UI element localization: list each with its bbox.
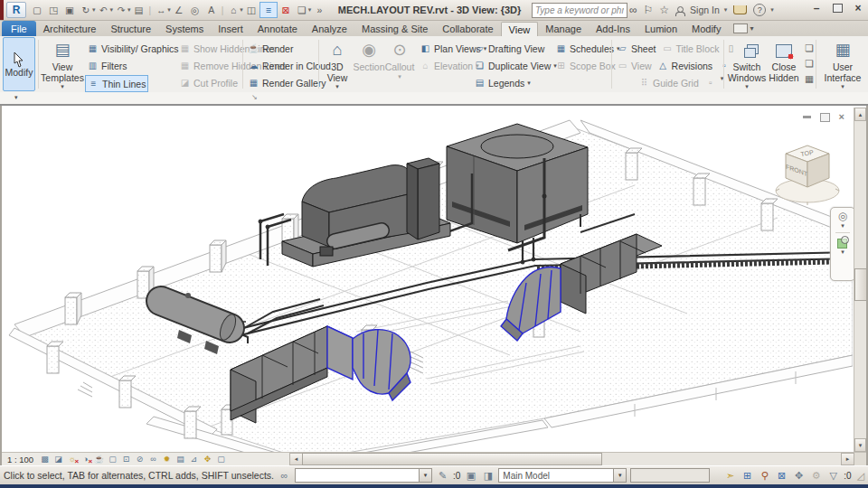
active-option-only-icon[interactable]: ◨ xyxy=(481,470,495,482)
scroll-left-arrow[interactable]: ◂ xyxy=(289,453,303,465)
displacement-sets-icon[interactable]: ✥ xyxy=(202,454,213,465)
select-pinned-elements-icon[interactable]: ⚲ xyxy=(758,470,771,482)
scroll-right-arrow[interactable]: ▸ xyxy=(841,453,854,465)
viewcube[interactable]: TOP FRONT xyxy=(772,136,843,216)
reveal-hidden-elements-icon[interactable]: ✹ xyxy=(161,454,173,465)
search-input[interactable] xyxy=(532,3,627,18)
resize-grip-icon[interactable]: ◿ xyxy=(857,470,864,482)
scroll-up-arrow[interactable]: ▴ xyxy=(854,108,866,121)
minimize-button[interactable]: – xyxy=(810,2,823,14)
revit-logo[interactable]: R xyxy=(6,2,26,18)
design-options-icon[interactable]: ▣ xyxy=(464,470,477,482)
restore-button[interactable] xyxy=(831,2,844,14)
crop-view-icon[interactable]: ▢ xyxy=(107,454,118,465)
design-option-dropdown[interactable]: Main Model▾ xyxy=(498,468,627,483)
view-templates-button[interactable]: ▤View Templates▾ xyxy=(42,37,83,91)
viewport-restore-icon[interactable] xyxy=(820,113,830,122)
print-icon[interactable]: ▤ xyxy=(131,3,147,17)
render-button[interactable]: ☕Render xyxy=(246,41,316,56)
thin-lines-toggle-icon[interactable]: ≡ xyxy=(259,2,278,18)
temporary-view-properties-icon[interactable]: ▤ xyxy=(175,454,186,465)
3d-view-button[interactable]: ⌂3D View▾ xyxy=(322,37,353,91)
visual-style-icon[interactable]: ◪ xyxy=(52,454,64,465)
tab-structure[interactable]: Structure xyxy=(103,21,158,36)
sun-path-icon[interactable]: ☼× xyxy=(66,454,78,465)
signin-caret-icon[interactable]: ▾ xyxy=(724,6,728,14)
vertical-scrollbar[interactable]: ▴ ▾ xyxy=(854,108,866,452)
filters-button[interactable]: ▥Filters xyxy=(85,58,168,73)
help-icon[interactable]: ? xyxy=(753,4,766,16)
sheet-button[interactable]: ▱Sheet xyxy=(615,41,657,56)
design-option-caret-icon[interactable]: ▾ xyxy=(613,469,626,482)
horizontal-scrollbar[interactable]: ◂ ▸ xyxy=(289,453,854,465)
worksets-icon[interactable]: ∞ xyxy=(278,470,291,481)
viewport-close-icon[interactable]: × xyxy=(839,112,844,122)
tab-modify[interactable]: Modify xyxy=(684,21,728,36)
select-underlay-elements-icon[interactable]: ⊞ xyxy=(741,470,754,482)
new-file-icon[interactable]: ▢ xyxy=(29,3,45,17)
switch-windows-button[interactable]: Switch Windows▾ xyxy=(727,37,767,91)
viewport-minimize-icon[interactable] xyxy=(803,116,811,118)
tab-add-ins[interactable]: Add-Ins xyxy=(589,21,637,36)
legends-button[interactable]: ▤Legends▾ xyxy=(472,75,555,90)
tab-architecture[interactable]: Architecture xyxy=(36,21,104,36)
modify-button[interactable]: Modify xyxy=(3,37,35,91)
tab-collaborate[interactable]: Collaborate xyxy=(435,21,500,36)
wheel-caret-icon[interactable]: ▾ xyxy=(841,222,844,230)
select-by-face-icon[interactable]: ⊠ xyxy=(775,470,788,482)
vertical-scroll-thumb[interactable] xyxy=(854,268,867,301)
tab-file[interactable]: File xyxy=(2,21,36,36)
search-go-icon[interactable]: ∞ xyxy=(629,4,637,16)
render-in-cloud-button[interactable]: ☁Render in Cloud xyxy=(246,58,316,73)
user-icon[interactable] xyxy=(675,6,684,14)
schedules-button[interactable]: ▦Schedules▾ xyxy=(553,41,609,56)
tab-systems[interactable]: Systems xyxy=(158,21,211,36)
text-icon[interactable]: A xyxy=(203,3,220,17)
tab-manage[interactable]: Manage xyxy=(538,21,589,36)
rendering-dialog-icon[interactable]: ☕ xyxy=(93,454,105,465)
zoom-caret-icon[interactable]: ▾ xyxy=(841,249,844,256)
scale-button[interactable]: 1 : 100 xyxy=(7,455,33,465)
tab-lumion[interactable]: Lumion xyxy=(637,21,684,36)
open-file-icon[interactable]: ◳ xyxy=(45,3,61,17)
filter-icon[interactable]: ▽ xyxy=(826,470,840,482)
tab-analyze[interactable]: Analyze xyxy=(305,21,354,36)
section-icon[interactable]: ◫ xyxy=(243,3,259,17)
lock-3d-view-icon[interactable]: ⊘ xyxy=(134,454,146,465)
show-crop-region-icon[interactable]: ⊡ xyxy=(120,454,132,465)
shadows-icon[interactable]: ◑× xyxy=(80,454,91,465)
analytical-model-icon[interactable]: ⊿ xyxy=(188,454,200,465)
drawing-area[interactable] xyxy=(2,106,853,453)
scroll-down-arrow[interactable]: ▾ xyxy=(854,438,866,452)
thin-lines-button[interactable]: ≡Thin Lines xyxy=(85,75,148,92)
help-caret-icon[interactable]: ▾ xyxy=(770,6,774,14)
workset-dropdown[interactable]: ▾ xyxy=(295,468,432,483)
zoom-icon[interactable] xyxy=(837,236,849,248)
tab-massing-site[interactable]: Massing & Site xyxy=(354,21,435,36)
select-panel-caret-icon[interactable]: ▾ xyxy=(14,94,18,101)
subscription-icon[interactable]: ⚐ xyxy=(644,4,654,16)
tab-insert[interactable]: Insert xyxy=(211,21,250,36)
close-button[interactable]: × xyxy=(852,2,864,14)
graphics-panel-launcher-icon[interactable]: ↘ xyxy=(251,93,258,101)
user-interface-button[interactable]: ▦User Interface▾ xyxy=(819,37,866,91)
render-gallery-button[interactable]: ▦Render Gallery xyxy=(246,75,316,90)
drag-on-selection-icon[interactable]: ✥ xyxy=(792,470,806,482)
visibility-graphics-button[interactable]: ▦Visibility/ Graphics xyxy=(85,41,168,56)
close-hidden-button[interactable]: Close Hidden xyxy=(767,37,801,91)
workset-dropdown-caret-icon[interactable]: ▾ xyxy=(419,469,431,482)
duplicate-view-button[interactable]: ❏Duplicate View▾ xyxy=(472,58,555,73)
editable-only-icon[interactable]: ✎ xyxy=(436,470,449,482)
sign-in-label[interactable]: Sign In xyxy=(690,5,720,15)
drafting-view-button[interactable]: ▱Drafting View xyxy=(472,41,555,56)
ribbon-display-toggle[interactable]: ▾ xyxy=(733,21,753,36)
worksharing-display-icon[interactable]: ▢ xyxy=(215,454,227,465)
select-links-icon[interactable]: ➣ xyxy=(723,470,737,482)
tab-annotate[interactable]: Annotate xyxy=(250,21,305,36)
detail-level-icon[interactable]: ▩ xyxy=(39,454,51,465)
favorites-icon[interactable]: ☆ xyxy=(659,4,669,16)
close-hidden-windows-icon[interactable]: ⊠ xyxy=(278,3,294,17)
tab-view[interactable]: View xyxy=(501,22,539,36)
tag-icon[interactable]: ◎ xyxy=(187,3,203,17)
temporary-hide-isolate-icon[interactable]: ∞ xyxy=(147,454,159,465)
